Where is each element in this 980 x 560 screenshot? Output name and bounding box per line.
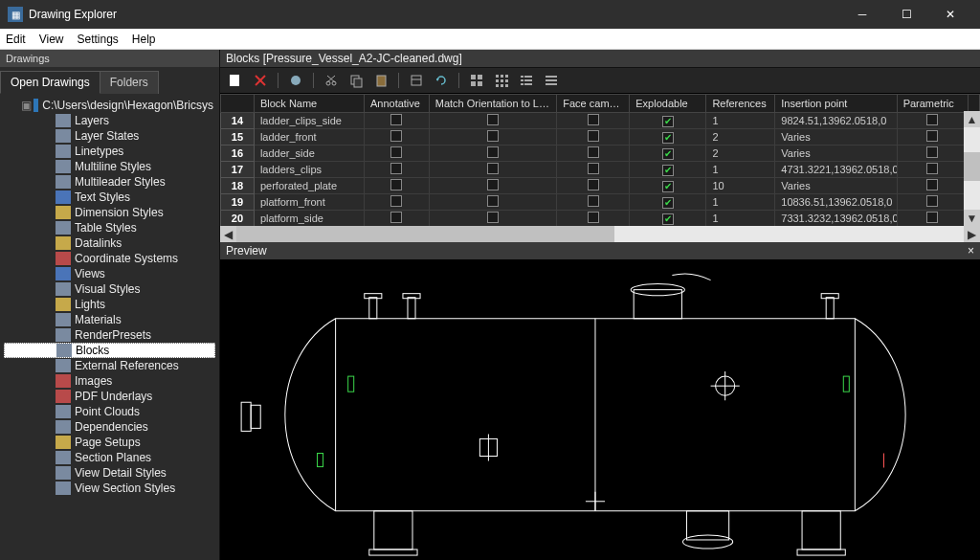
cell-parametric[interactable] bbox=[897, 146, 968, 162]
tab-folders[interactable]: Folders bbox=[100, 71, 159, 94]
checkbox[interactable]: ✔ bbox=[662, 197, 674, 209]
tree-item[interactable]: Visual Styles bbox=[4, 281, 215, 297]
cell-face-camera[interactable] bbox=[557, 194, 630, 211]
table-row[interactable]: 19platform_front✔110836.51,13962.0518,0 bbox=[221, 194, 980, 211]
tree-item[interactable]: Views bbox=[4, 266, 215, 281]
scroll-up-icon[interactable]: ▲ bbox=[964, 111, 980, 127]
cell-match-orientation[interactable] bbox=[429, 162, 557, 178]
tree-item[interactable]: Multileader Styles bbox=[4, 174, 215, 190]
minimize-button[interactable]: ─ bbox=[840, 0, 884, 29]
checkbox[interactable] bbox=[390, 130, 402, 142]
checkbox[interactable] bbox=[390, 195, 402, 207]
checkbox[interactable] bbox=[926, 146, 938, 158]
tree-item[interactable]: Page Setups bbox=[4, 435, 215, 450]
cell-block-name[interactable]: ladder_front bbox=[254, 129, 364, 146]
checkbox[interactable] bbox=[926, 130, 938, 142]
checkbox[interactable]: ✔ bbox=[662, 132, 674, 144]
menu-help[interactable]: Help bbox=[132, 33, 156, 46]
cell-explodable[interactable]: ✔ bbox=[630, 178, 706, 194]
column-header[interactable]: Insertion point bbox=[775, 95, 897, 113]
cut-icon[interactable] bbox=[322, 71, 341, 90]
table-vscrollbar[interactable]: ▲ ▼ bbox=[964, 111, 980, 226]
checkbox[interactable] bbox=[487, 163, 499, 174]
column-header[interactable] bbox=[221, 95, 255, 113]
table-row[interactable]: 16ladder_side✔2Varies bbox=[221, 146, 980, 162]
checkbox[interactable] bbox=[487, 212, 499, 223]
options-icon[interactable] bbox=[407, 71, 426, 90]
tree-item[interactable]: Text Styles bbox=[4, 190, 215, 205]
tree-item[interactable]: Point Clouds bbox=[4, 404, 215, 419]
tree-item[interactable]: Section Planes bbox=[4, 450, 215, 465]
cell-explodable[interactable]: ✔ bbox=[630, 129, 706, 146]
tree-item[interactable]: Datalinks bbox=[4, 235, 215, 251]
cell-parametric[interactable] bbox=[897, 129, 968, 146]
tree-item[interactable]: External References bbox=[4, 358, 215, 373]
checkbox[interactable] bbox=[390, 163, 402, 174]
close-button[interactable]: ✕ bbox=[928, 0, 972, 29]
column-header[interactable]: Face camera bbox=[557, 95, 630, 113]
tree-item[interactable]: Dimension Styles bbox=[4, 205, 215, 220]
view-list-icon[interactable] bbox=[517, 71, 536, 90]
checkbox[interactable] bbox=[390, 212, 402, 223]
cell-block-name[interactable]: ladders_clips bbox=[254, 162, 364, 178]
cell-annotative[interactable] bbox=[364, 194, 429, 211]
vscroll-thumb[interactable] bbox=[964, 152, 980, 181]
tree-item[interactable]: Layers bbox=[4, 113, 215, 128]
cell-explodable[interactable]: ✔ bbox=[630, 162, 706, 178]
checkbox[interactable] bbox=[926, 195, 938, 207]
cell-block-name[interactable]: platform_side bbox=[254, 211, 364, 227]
menu-settings[interactable]: Settings bbox=[77, 33, 118, 46]
cell-face-camera[interactable] bbox=[557, 146, 630, 162]
checkbox[interactable] bbox=[588, 195, 599, 207]
cell-annotative[interactable] bbox=[364, 146, 429, 162]
checkbox[interactable] bbox=[487, 146, 499, 158]
scroll-left-icon[interactable]: ◀ bbox=[220, 226, 236, 242]
column-header[interactable]: References bbox=[706, 95, 775, 113]
menu-view[interactable]: View bbox=[39, 33, 64, 46]
tree-item[interactable]: View Section Styles bbox=[4, 481, 215, 496]
checkbox[interactable] bbox=[487, 114, 499, 125]
cell-explodable[interactable]: ✔ bbox=[630, 194, 706, 211]
checkbox[interactable] bbox=[487, 179, 499, 190]
cell-annotative[interactable] bbox=[364, 211, 429, 227]
tree-item[interactable]: Table Styles bbox=[4, 220, 215, 235]
cell-face-camera[interactable] bbox=[557, 129, 630, 146]
tree-item[interactable]: Multiline Styles bbox=[4, 159, 215, 174]
checkbox[interactable] bbox=[588, 130, 599, 142]
cell-annotative[interactable] bbox=[364, 129, 429, 146]
cell-parametric[interactable] bbox=[897, 162, 968, 178]
column-header[interactable]: Annotative bbox=[364, 95, 429, 113]
checkbox[interactable]: ✔ bbox=[662, 213, 674, 225]
column-header[interactable]: Explodable bbox=[630, 95, 706, 113]
paste-icon[interactable] bbox=[371, 71, 390, 90]
checkbox[interactable] bbox=[487, 195, 499, 207]
cell-annotative[interactable] bbox=[364, 162, 429, 178]
preview-canvas[interactable] bbox=[220, 259, 980, 560]
checkbox[interactable] bbox=[390, 179, 402, 190]
preview-close-icon[interactable]: × bbox=[968, 244, 974, 258]
tree-root[interactable]: ▣ C:\Users\design\Hexagon\Bricsys bbox=[4, 98, 215, 113]
cell-match-orientation[interactable] bbox=[429, 113, 557, 129]
column-header[interactable]: Block Name bbox=[254, 95, 364, 113]
cell-match-orientation[interactable] bbox=[429, 129, 557, 146]
tree-item[interactable]: Coordinate Systems bbox=[4, 251, 215, 266]
blocks-table[interactable]: Block NameAnnotativeMatch Orientation to… bbox=[220, 94, 980, 226]
view-small-icon[interactable] bbox=[492, 71, 511, 90]
checkbox[interactable] bbox=[487, 130, 499, 142]
tree-item[interactable]: Blocks bbox=[4, 343, 215, 358]
table-hscrollbar[interactable]: ◀ ▶ bbox=[220, 226, 980, 242]
checkbox[interactable] bbox=[588, 212, 599, 223]
checkbox[interactable] bbox=[390, 114, 402, 125]
cell-match-orientation[interactable] bbox=[429, 194, 557, 211]
checkbox[interactable] bbox=[588, 114, 599, 125]
cell-annotative[interactable] bbox=[364, 113, 429, 129]
cell-parametric[interactable] bbox=[897, 113, 968, 129]
cell-block-name[interactable]: ladder_clips_side bbox=[254, 113, 364, 129]
cell-parametric[interactable] bbox=[897, 211, 968, 227]
checkbox[interactable]: ✔ bbox=[662, 148, 674, 160]
checkbox[interactable] bbox=[588, 146, 599, 158]
new-icon[interactable] bbox=[226, 71, 245, 90]
checkbox[interactable] bbox=[926, 163, 938, 174]
hscroll-thumb[interactable] bbox=[236, 226, 614, 242]
cell-face-camera[interactable] bbox=[557, 211, 630, 227]
